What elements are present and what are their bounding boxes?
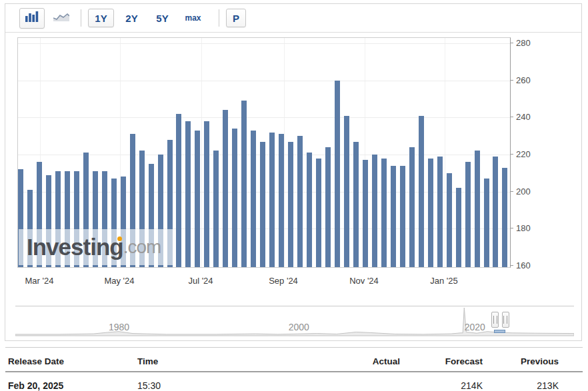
weekly-value-bar[interactable] xyxy=(185,121,191,267)
weekly-value-bar[interactable] xyxy=(447,173,452,267)
x-axis-label: Sep '24 xyxy=(255,276,311,286)
weekly-value-bar[interactable] xyxy=(204,121,209,267)
range-button-5y[interactable]: 5Y xyxy=(149,9,175,27)
x-axis-label: Jul '24 xyxy=(173,276,229,286)
header-actual: Actual xyxy=(259,348,400,371)
weekly-value-bar[interactable] xyxy=(232,129,237,267)
watermark-text: Investing xyxy=(27,234,123,260)
y-axis-label: 280 xyxy=(516,38,531,48)
y-axis-tick xyxy=(510,80,513,81)
navigator-year-label: 2020 xyxy=(465,322,485,332)
release-table-body: Feb 20, 202515:30214K213K xyxy=(5,372,583,391)
x-axis-label: Mar '24 xyxy=(11,276,67,286)
navigator-year-label: 1980 xyxy=(109,322,129,332)
x-axis-label: Nov '24 xyxy=(336,276,392,286)
x-axis-label: Jan '25 xyxy=(416,276,472,286)
handle-grip-icon xyxy=(493,316,497,324)
month-gridline xyxy=(201,38,202,267)
y-axis-tick xyxy=(510,117,513,117)
weekly-value-bar[interactable] xyxy=(279,134,284,267)
y-axis-tick xyxy=(510,191,513,192)
header-release-date: Release Date xyxy=(5,348,137,371)
y-axis-tick xyxy=(510,228,513,228)
month-gridline xyxy=(445,38,445,267)
weekly-value-bar[interactable] xyxy=(400,166,405,267)
navigator-year-label: 2000 xyxy=(289,322,309,332)
weekly-value-bar[interactable] xyxy=(288,142,293,268)
y-axis-label: 200 xyxy=(516,187,531,196)
release-table: Release DateTimeActualForecastPrevious F… xyxy=(5,347,583,391)
economic-chart-widget: 1Y2Y5Ymax P Investing.com 28026024022020… xyxy=(5,3,582,341)
header-forecast: Forecast xyxy=(400,348,483,371)
y-axis-label: 220 xyxy=(516,149,531,159)
range-button-group: 1Y2Y5Ymax xyxy=(88,9,211,27)
weekly-value-bar[interactable] xyxy=(363,160,368,267)
toolbar-divider xyxy=(81,9,81,27)
weekly-value-bar[interactable] xyxy=(353,142,359,268)
cell-actual xyxy=(259,372,400,391)
weekly-value-bar[interactable] xyxy=(241,101,247,267)
portfolio-button[interactable]: P xyxy=(226,9,246,27)
weekly-value-bar[interactable] xyxy=(391,166,396,267)
range-button-max[interactable]: max xyxy=(180,9,206,27)
investing-watermark: Investing.com xyxy=(19,229,175,265)
line-chart-icon xyxy=(53,12,69,25)
weekly-value-bar[interactable] xyxy=(493,157,498,267)
y-axis-label: 260 xyxy=(516,75,531,85)
navigator-right-handle[interactable] xyxy=(502,312,509,328)
line-chart-type-button[interactable] xyxy=(49,8,74,29)
x-axis-label: May '24 xyxy=(91,276,147,286)
weekly-value-bar[interactable] xyxy=(325,147,331,267)
weekly-value-bar[interactable] xyxy=(316,159,321,267)
weekly-value-bar[interactable] xyxy=(307,153,312,267)
header-time: Time xyxy=(137,348,259,371)
release-table-header: Release DateTimeActualForecastPrevious xyxy=(5,347,583,372)
navigator-left-handle[interactable] xyxy=(491,312,499,328)
bar-chart-icon xyxy=(25,11,39,25)
weekly-value-bar[interactable] xyxy=(502,168,507,268)
weekly-value-bar[interactable] xyxy=(428,159,433,267)
y-axis-label: 240 xyxy=(516,112,531,122)
weekly-value-bar[interactable] xyxy=(344,116,349,267)
toolbar-divider xyxy=(219,9,219,27)
y-axis-tick xyxy=(510,43,513,43)
weekly-value-bar[interactable] xyxy=(223,110,228,267)
range-button-2y[interactable]: 2Y xyxy=(119,9,145,27)
weekly-value-bar[interactable] xyxy=(484,179,489,267)
cell-release-date: Feb 20, 2025 xyxy=(5,372,137,391)
weekly-value-bar[interactable] xyxy=(213,151,219,267)
weekly-value-bar[interactable] xyxy=(419,116,424,267)
cell-previous: 213K xyxy=(483,372,559,391)
weekly-value-bar[interactable] xyxy=(409,147,415,267)
bar-chart-type-button[interactable] xyxy=(19,8,45,29)
handle-grip-icon xyxy=(503,316,507,324)
range-button-1y[interactable]: 1Y xyxy=(88,9,114,27)
header-previous: Previous xyxy=(483,348,559,371)
chart-toolbar: 1Y2Y5Ymax P xyxy=(5,4,581,33)
y-axis-label: 160 xyxy=(516,260,531,270)
weekly-value-bar[interactable] xyxy=(260,142,265,268)
weekly-value-bar[interactable] xyxy=(176,114,181,267)
y-axis-tick xyxy=(510,265,513,266)
weekly-value-bar[interactable] xyxy=(437,157,443,267)
weekly-value-bar[interactable] xyxy=(195,131,200,267)
table-row[interactable]: Feb 20, 202515:30214K213K xyxy=(5,372,583,391)
value-gridline xyxy=(18,81,510,81)
navigator-selection-thumb[interactable] xyxy=(494,330,505,333)
watermark-suffix: .com xyxy=(123,236,161,258)
weekly-value-bar[interactable] xyxy=(335,81,340,267)
weekly-value-bar[interactable] xyxy=(251,131,256,267)
bar-chart-plot-area[interactable]: Investing.com xyxy=(17,37,511,268)
weekly-value-bar[interactable] xyxy=(297,136,303,267)
watermark-orange-dot xyxy=(117,236,122,241)
weekly-value-bar[interactable] xyxy=(475,151,480,267)
value-gridline xyxy=(18,43,510,44)
weekly-value-bar[interactable] xyxy=(372,155,377,267)
value-gridline xyxy=(18,117,510,118)
cell-forecast: 214K xyxy=(400,372,483,391)
weekly-value-bar[interactable] xyxy=(456,188,461,267)
weekly-value-bar[interactable] xyxy=(381,159,387,267)
weekly-value-bar[interactable] xyxy=(465,162,471,267)
cell-time: 15:30 xyxy=(137,372,259,391)
weekly-value-bar[interactable] xyxy=(269,133,275,267)
